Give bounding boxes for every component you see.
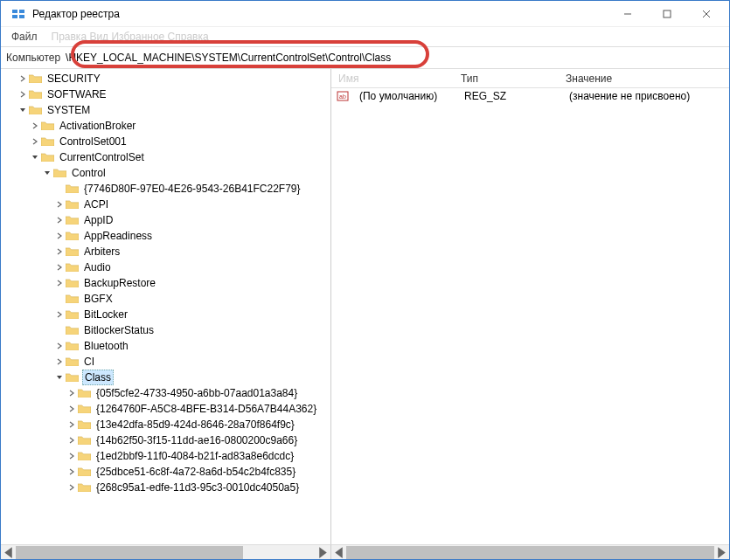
chevron-right-icon[interactable] bbox=[53, 261, 66, 273]
folder-icon bbox=[66, 183, 79, 194]
folder-icon bbox=[78, 435, 91, 446]
tree-scrollbar-h[interactable] bbox=[1, 544, 331, 559]
col-header-name[interactable]: Имя bbox=[331, 71, 454, 86]
chevron-right-icon[interactable] bbox=[53, 230, 66, 242]
folder-icon bbox=[78, 451, 91, 461]
tree-item-bitlockerstatus[interactable]: BitlockerStatus bbox=[4, 322, 330, 338]
folder-icon bbox=[66, 341, 79, 351]
tree-item-activationbroker[interactable]: ActivationBroker bbox=[4, 118, 330, 134]
tree-pane[interactable]: SECURITY SOFTWARE SYSTEM bbox=[1, 69, 331, 544]
chevron-right-icon[interactable] bbox=[17, 88, 29, 100]
tree-item-acpi[interactable]: ACPI bbox=[4, 197, 330, 212]
folder-icon bbox=[66, 231, 79, 241]
list-row[interactable]: ab (По умолчанию) REG_SZ (значение не пр… bbox=[331, 88, 729, 104]
chevron-right-icon[interactable] bbox=[53, 308, 66, 321]
tree-item-control[interactable]: Control bbox=[4, 165, 330, 181]
chevron-right-icon[interactable] bbox=[53, 356, 66, 368]
chevron-right-icon[interactable] bbox=[29, 120, 41, 132]
chevron-down-icon[interactable] bbox=[17, 104, 29, 116]
scroll-thumb[interactable] bbox=[346, 546, 714, 559]
tree-item-bgfx[interactable]: BGFX bbox=[4, 291, 330, 307]
folder-icon bbox=[29, 105, 42, 115]
chevron-right-icon[interactable] bbox=[66, 481, 78, 494]
tree-item-backuprestore[interactable]: BackupRestore bbox=[4, 275, 330, 291]
tree-item-guid1[interactable]: {7746D80F-97E0-4E26-9543-26B41FC22F79} bbox=[4, 181, 330, 197]
tree-item-bitlocker[interactable]: BitLocker bbox=[4, 307, 330, 322]
tree-item-class[interactable]: Class bbox=[4, 370, 330, 385]
folder-icon bbox=[29, 89, 42, 100]
tree-item-software[interactable]: SOFTWARE bbox=[4, 86, 330, 102]
list-scrollbar-h[interactable] bbox=[331, 544, 729, 559]
chevron-down-icon[interactable] bbox=[41, 167, 53, 179]
menu-file[interactable]: Файл bbox=[6, 29, 43, 45]
col-header-type[interactable]: Тип bbox=[454, 71, 559, 86]
svg-rect-2 bbox=[12, 15, 17, 18]
tree-item-appreadiness[interactable]: AppReadiness bbox=[4, 228, 330, 244]
folder-icon bbox=[66, 215, 79, 225]
chevron-right-icon[interactable] bbox=[53, 198, 66, 211]
tree-item-arbiters[interactable]: Arbiters bbox=[4, 244, 330, 259]
tree-item-ci[interactable]: CI bbox=[4, 354, 330, 370]
tree-item-controlset001[interactable]: ControlSet001 bbox=[4, 134, 330, 149]
chevron-right-icon[interactable] bbox=[66, 387, 78, 399]
folder-icon bbox=[66, 325, 79, 335]
tree-item-currentcontrolset[interactable]: CurrentControlSet bbox=[4, 149, 330, 165]
folder-icon bbox=[78, 467, 91, 477]
folder-icon bbox=[78, 404, 91, 414]
tree-item-bluetooth[interactable]: Bluetooth bbox=[4, 338, 330, 354]
scroll-left-icon[interactable] bbox=[1, 546, 16, 559]
folder-icon bbox=[78, 419, 91, 430]
maximize-button[interactable] bbox=[647, 1, 686, 26]
svg-text:ab: ab bbox=[339, 93, 346, 100]
value-type: REG_SZ bbox=[457, 88, 562, 104]
tree-item-audio[interactable]: Audio bbox=[4, 259, 330, 275]
tree-item-appid[interactable]: AppID bbox=[4, 212, 330, 228]
folder-icon bbox=[66, 372, 79, 383]
tree-item-c5[interactable]: {1ed2bbf9-11f0-4084-b21f-ad83a8e6dcdc} bbox=[4, 448, 330, 464]
close-button[interactable] bbox=[686, 1, 726, 26]
svg-rect-1 bbox=[19, 10, 24, 13]
scroll-left-icon[interactable] bbox=[331, 546, 346, 559]
folder-icon bbox=[41, 121, 54, 131]
value-data: (значение не присвоено) bbox=[562, 88, 729, 104]
registry-editor-window: Редактор реестра Файл Правка Вид Избранн… bbox=[0, 0, 730, 560]
menu-others-faded[interactable]: Правка Вид Избранное Справка bbox=[46, 29, 214, 45]
scroll-right-icon[interactable] bbox=[714, 546, 729, 559]
chevron-right-icon[interactable] bbox=[53, 245, 66, 258]
tree-item-c3[interactable]: {13e42dfa-85d9-424d-8646-28a70f864f9c} bbox=[4, 417, 330, 432]
chevron-right-icon[interactable] bbox=[29, 135, 41, 148]
chevron-down-icon[interactable] bbox=[53, 371, 66, 384]
col-header-value[interactable]: Значение bbox=[559, 71, 729, 86]
chevron-right-icon[interactable] bbox=[53, 277, 66, 289]
chevron-right-icon[interactable] bbox=[66, 403, 78, 415]
chevron-right-icon[interactable] bbox=[66, 450, 78, 462]
chevron-right-icon[interactable] bbox=[53, 214, 66, 226]
chevron-right-icon[interactable] bbox=[66, 434, 78, 446]
chevron-right-icon[interactable] bbox=[17, 73, 29, 85]
minimize-button[interactable] bbox=[608, 1, 647, 26]
folder-icon bbox=[66, 294, 79, 304]
tree-item-c2[interactable]: {1264760F-A5C8-4BFE-B314-D56A7B44A362} bbox=[4, 401, 330, 417]
tree-item-c4[interactable]: {14b62f50-3f15-11dd-ae16-0800200c9a66} bbox=[4, 432, 330, 448]
tree-item-c1[interactable]: {05f5cfe2-4733-4950-a6bb-07aad01a3a84} bbox=[4, 385, 330, 401]
tree-item-security[interactable]: SECURITY bbox=[4, 71, 330, 86]
list-header[interactable]: Имя Тип Значение bbox=[331, 69, 729, 88]
chevron-right-icon[interactable] bbox=[66, 466, 78, 478]
addressbar-input[interactable] bbox=[62, 50, 724, 66]
chevron-right-icon[interactable] bbox=[66, 418, 78, 431]
folder-icon bbox=[78, 388, 91, 398]
folder-icon bbox=[29, 73, 42, 84]
folder-icon bbox=[78, 482, 91, 493]
folder-icon bbox=[66, 356, 79, 367]
scroll-right-icon[interactable] bbox=[316, 546, 330, 559]
chevron-right-icon[interactable] bbox=[53, 340, 66, 352]
scroll-thumb[interactable] bbox=[16, 546, 243, 559]
folder-icon bbox=[41, 136, 54, 147]
tree-item-c6[interactable]: {25dbce51-6c8f-4a72-8a6d-b54c2b4fc835} bbox=[4, 464, 330, 480]
tree-item-c7[interactable]: {268c95a1-edfe-11d3-95c3-0010dc4050a5} bbox=[4, 480, 330, 495]
list-pane[interactable]: Имя Тип Значение ab (По умолчанию) REG_S… bbox=[331, 69, 729, 544]
tree-item-system[interactable]: SYSTEM bbox=[4, 102, 330, 118]
titlebar: Редактор реестра bbox=[1, 1, 729, 27]
value-name: (По умолчанию) bbox=[352, 88, 457, 104]
chevron-down-icon[interactable] bbox=[29, 151, 41, 163]
